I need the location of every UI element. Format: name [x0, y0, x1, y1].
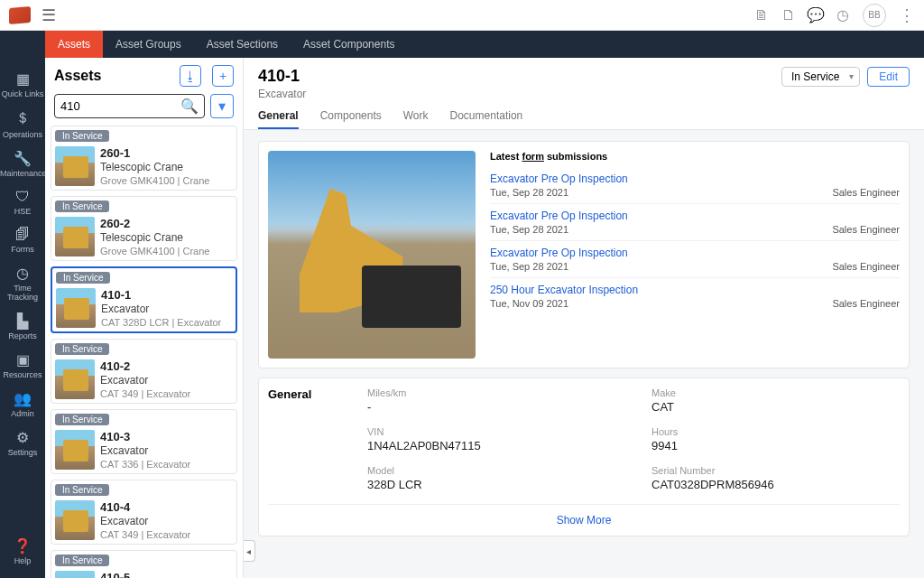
asset-subtype: CAT 328D LCR | Excavator [101, 317, 232, 328]
grid-icon: ▦ [0, 70, 45, 88]
general-heading: General [268, 387, 367, 491]
field-serial: Serial NumberCAT0328DPRM856946 [651, 465, 900, 491]
asset-card[interactable]: In Service 410-3 Excavator CAT 336 | Exc… [51, 409, 237, 474]
chart-icon: ▙ [0, 312, 45, 330]
search-box: 🔍 [54, 94, 205, 118]
download-button[interactable]: ⭳ [180, 65, 201, 87]
submission-date: Tue, Sep 28 2021 [490, 224, 628, 235]
collapse-handle[interactable]: ◂ [244, 540, 255, 562]
asset-card[interactable]: In Service 260-1 Telescopic Crane Grove … [51, 126, 237, 191]
asset-id: 410-4 [100, 500, 233, 514]
asset-list-panel: Assets ⭳ + 🔍 ▾ In Service 260-1 Telescop… [45, 58, 244, 578]
dtab-documentation[interactable]: Documentation [450, 109, 523, 129]
status-badge: In Service [55, 343, 109, 355]
asset-thumbnail [56, 288, 96, 328]
app-logo [9, 5, 31, 23]
filter-button[interactable]: ▾ [210, 94, 234, 118]
dtab-work[interactable]: Work [403, 109, 429, 129]
doc-outline-icon[interactable]: 🗋 [781, 8, 796, 23]
form-icon: 🗐 [0, 227, 45, 243]
wrench-icon: 🔧 [0, 150, 45, 167]
asset-type: Excavator [100, 515, 233, 527]
kebab-icon[interactable]: ⋮ [899, 5, 915, 25]
nav-time-tracking[interactable]: ◷Time Tracking [0, 259, 45, 307]
nav-maintenance[interactable]: 🔧Maintenance [0, 144, 45, 183]
dtab-general[interactable]: General [258, 109, 299, 129]
asset-card[interactable]: In Service 410-2 Excavator CAT 349 | Exc… [51, 339, 237, 404]
tab-assets[interactable]: Assets [45, 31, 103, 58]
asset-list-title: Assets [54, 68, 101, 84]
field-hours: Hours9941 [651, 426, 900, 452]
status-badge: In Service [55, 484, 109, 496]
nav-operations[interactable]: ＄Operations [0, 104, 45, 144]
dollar-icon: ＄ [0, 109, 45, 128]
nav-reports[interactable]: ▙Reports [0, 307, 45, 346]
submissions-heading: Latest form submissions [490, 151, 900, 162]
asset-thumbnail [55, 430, 95, 470]
nav-forms[interactable]: 🗐Forms [0, 221, 45, 259]
asset-subtype: CAT 336 | Excavator [100, 459, 233, 470]
detail-body: Latest form submissions Excavator Pre Op… [244, 130, 924, 578]
show-more-link[interactable]: Show More [268, 504, 900, 527]
status-select[interactable]: In Service [781, 67, 860, 87]
submission-link[interactable]: Excavator Pre Op Inspection [490, 172, 628, 185]
asset-id: 410-3 [100, 430, 233, 443]
tab-asset-components[interactable]: Asset Components [291, 31, 407, 58]
asset-type: Excavator [100, 444, 233, 457]
asset-id: 410-1 [101, 288, 232, 302]
nav-hse[interactable]: 🛡HSE [0, 183, 45, 221]
submission-date: Tue, Sep 28 2021 [490, 187, 628, 198]
general-panel: General Miles/km- MakeCAT VIN1N4AL2AP0BN… [258, 378, 910, 536]
asset-list[interactable]: In Service 260-1 Telescopic Crane Grove … [45, 126, 243, 578]
nav-settings[interactable]: ⚙Settings [0, 424, 45, 462]
search-input[interactable] [60, 99, 180, 113]
asset-id: 260-2 [100, 217, 233, 230]
comments-icon[interactable]: 💬 [808, 8, 823, 23]
asset-id: 410-5 [100, 571, 233, 578]
module-tabs: Assets Asset Groups Asset Sections Asset… [0, 31, 924, 58]
submission-role: Sales Engineer [832, 187, 900, 198]
left-nav: ▦Quick Links ＄Operations 🔧Maintenance 🛡H… [0, 58, 45, 578]
submission-row: Excavator Pre Op InspectionTue, Sep 28 2… [490, 241, 900, 278]
add-asset-button[interactable]: + [212, 65, 234, 87]
field-vin: VIN1N4AL2AP0BN47115 [367, 426, 615, 452]
submission-role: Sales Engineer [832, 298, 900, 309]
doc-filled-icon[interactable]: 🗎 [754, 8, 769, 23]
status-badge: In Service [55, 555, 109, 566]
submission-link[interactable]: Excavator Pre Op Inspection [490, 210, 628, 222]
submission-date: Tue, Nov 09 2021 [490, 298, 638, 309]
status-badge: In Service [55, 414, 109, 425]
asset-subtitle: Excavator [258, 88, 306, 100]
asset-type: Excavator [101, 303, 232, 315]
submission-row: 250 Hour Excavator InspectionTue, Nov 09… [490, 278, 900, 314]
submission-row: Excavator Pre Op InspectionTue, Sep 28 2… [490, 167, 900, 204]
nav-help[interactable]: ❓Help [0, 532, 45, 571]
detail-panel: ◂ 410-1 Excavator In Service Edit Genera… [244, 58, 924, 578]
search-icon[interactable]: 🔍 [180, 98, 199, 115]
submission-link[interactable]: 250 Hour Excavator Inspection [490, 284, 638, 296]
asset-card[interactable]: In Service 410-4 Excavator CAT 349 | Exc… [51, 480, 237, 545]
asset-card[interactable]: In Service 410-1 Excavator CAT 328D LCR … [51, 266, 237, 333]
field-model: Model328D LCR [367, 465, 615, 491]
general-fields: Miles/km- MakeCAT VIN1N4AL2AP0BN47115 Ho… [367, 387, 900, 491]
edit-button[interactable]: Edit [867, 67, 910, 87]
tab-asset-sections[interactable]: Asset Sections [194, 31, 291, 58]
boxes-icon: ▣ [0, 351, 45, 368]
avatar[interactable]: BB [863, 4, 886, 27]
clock-icon[interactable]: ◷ [836, 8, 850, 23]
nav-quick-links[interactable]: ▦Quick Links [0, 65, 45, 104]
asset-subtype: CAT 349 | Excavator [100, 388, 233, 399]
submission-link[interactable]: Excavator Pre Op Inspection [490, 247, 628, 259]
dtab-components[interactable]: Components [320, 109, 382, 129]
tab-asset-groups[interactable]: Asset Groups [103, 31, 194, 58]
nav-resources[interactable]: ▣Resources [0, 346, 45, 385]
status-badge: In Service [55, 130, 109, 142]
asset-card[interactable]: In Service 260-2 Telescopic Crane Grove … [51, 196, 237, 261]
status-badge: In Service [55, 200, 109, 212]
asset-card[interactable]: In Service 410-5 [51, 550, 237, 578]
search-row: 🔍 ▾ [45, 94, 243, 126]
menu-icon[interactable]: ☰ [42, 5, 56, 25]
submission-row: Excavator Pre Op InspectionTue, Sep 28 2… [490, 204, 900, 241]
nav-admin[interactable]: 👥Admin [0, 385, 45, 424]
asset-subtype: CAT 349 | Excavator [100, 529, 233, 540]
